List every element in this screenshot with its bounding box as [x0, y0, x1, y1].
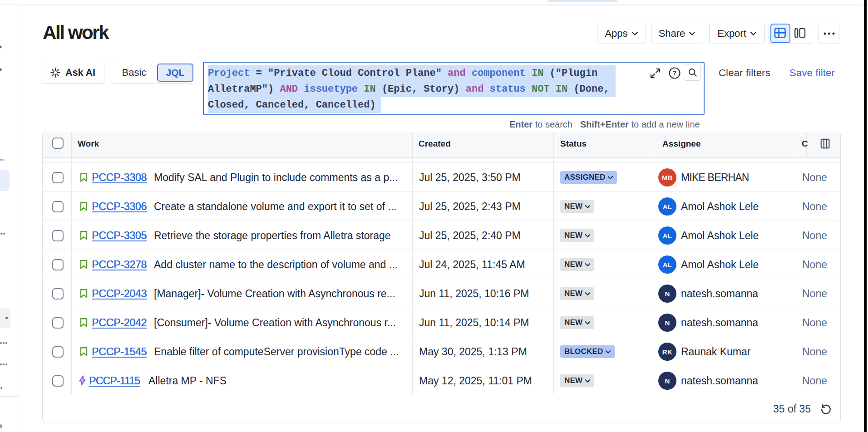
svg-text:?: ?: [673, 69, 677, 77]
